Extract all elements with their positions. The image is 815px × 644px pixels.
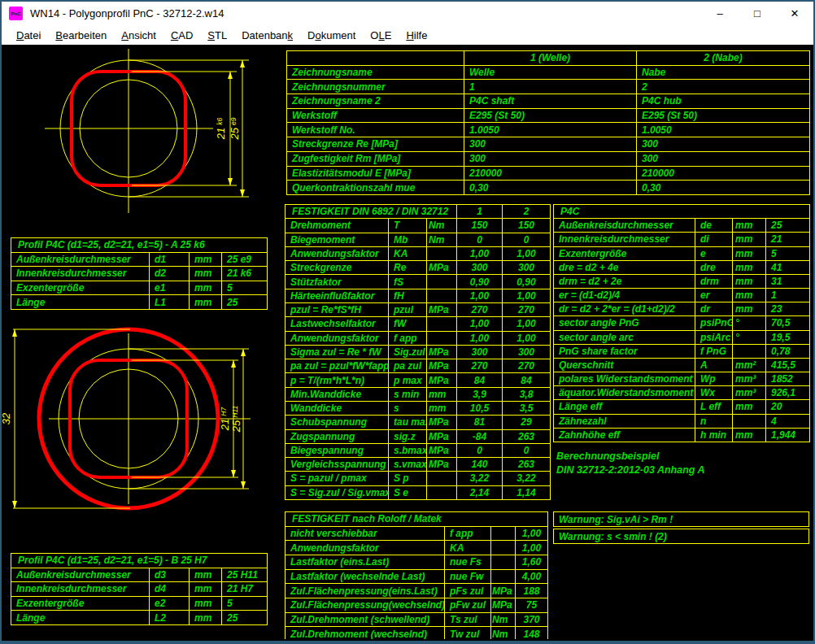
cell-symbol: fW — [389, 317, 427, 331]
table-row: Zul.Flächenpressung(eins.Last) pFs zul M… — [285, 584, 548, 598]
cell-symbol: S e — [389, 485, 427, 499]
cell-unit: MPa — [427, 443, 457, 457]
cell-symbol: Sig.zul — [389, 345, 427, 359]
cell-symbol: Mb — [389, 233, 427, 246]
cell-unit: Nm — [427, 233, 457, 246]
table-row: Querschnitt A mm² 415,5 — [554, 358, 810, 372]
cell-label: Biegemoment — [285, 233, 389, 246]
cell-value-hub: 29 — [503, 416, 551, 429]
dim-arrow — [231, 360, 236, 368]
dim-label-25e9: 25e9 — [229, 117, 241, 140]
cell-value-shaft: 1,00 — [457, 331, 503, 345]
cell-unit — [427, 275, 457, 289]
menu-item-text: E — [385, 29, 392, 41]
table-row: dr = d2 + 2*er = (d1+d2)/2 dr mm 23 — [554, 302, 810, 316]
menu-item[interactable]: Hilfe — [406, 29, 427, 41]
cell-label: Wanddicke — [285, 401, 389, 415]
table-row: Zahnhöhe eff h min mm 1,944 — [554, 428, 810, 442]
cell-value-hub: 263 — [503, 458, 551, 472]
table-row: Exzentergröße e mm 5 — [554, 246, 810, 260]
cell-label: dre = d2 + 4e — [554, 260, 695, 274]
cell-unit: mm² — [733, 358, 766, 372]
minimize-button[interactable]: – — [701, 2, 739, 25]
cell-value-hub: 1.0050 — [637, 123, 810, 137]
cell-label: Elastizitätsmodul E [MPa] — [287, 166, 464, 181]
cell-unit — [491, 555, 516, 569]
cell-label: Außenkreisdurchmesser — [11, 252, 150, 267]
menu-item[interactable]: Ansicht — [121, 29, 156, 41]
table-row: drm = d2 + 2e drm mm 31 — [554, 274, 810, 288]
cell-symbol: d2 — [150, 267, 190, 281]
cell-label: Härteeinflußfaktor — [285, 289, 389, 302]
cell-symbol: dr — [695, 302, 733, 316]
table-row: pzul = Re*fS*fH pzul MPa 270 270 — [285, 302, 551, 316]
cell-unit — [427, 331, 457, 345]
menu-item-text: Datenban — [242, 29, 287, 41]
cell-symbol: psiPnG — [695, 316, 733, 330]
cell-unit — [491, 569, 516, 584]
cell-symbol: h min — [695, 428, 733, 442]
table-row: sector angle arc psiArc ° 19,5 — [554, 330, 810, 344]
cell-value-hub: 1,00 — [503, 289, 551, 302]
table-title: Profil P4C (d1=25, d2=21, e1=5) - B 25 H… — [11, 554, 268, 568]
cell-value-hub: 300 — [503, 261, 551, 275]
cell-value: 0,78 — [766, 344, 810, 358]
menu-item-text: ilfe — [414, 29, 428, 41]
cell-label: Innenkreisdurchmesser — [11, 582, 150, 597]
cell-symbol: pFs zul — [445, 584, 491, 598]
table-row: Innenkreisdurchmesser di mm 21 — [554, 233, 810, 246]
cell-label: p = T/(rm*h*L*n) — [285, 373, 389, 387]
cell-value-shaft: 1,00 — [457, 246, 503, 260]
menu-item[interactable]: Dokument — [307, 29, 355, 41]
cell-label: Zeichnungsname 2 — [287, 94, 464, 109]
menu-item[interactable]: CAD — [171, 29, 193, 41]
close-button[interactable]: ✕ — [776, 2, 813, 25]
table-row: Streckgrenze Re [MPa] 300 300 — [287, 137, 810, 152]
cell-label: Exzentergröße — [11, 281, 150, 295]
table-title: Profil P4C (d1=25, d2=21, e1=5) - A 25 k… — [11, 238, 268, 253]
cell-unit: mm — [733, 400, 766, 414]
col-header-welle: 1 (Welle) — [464, 51, 637, 66]
cell-value: 415,5 — [766, 358, 810, 372]
table-row: sector angle PnG psiPnG ° 70,5 — [554, 316, 810, 330]
cell-value-hub: Nabe — [637, 65, 810, 80]
cell-value-hub: 3,22 — [503, 472, 551, 485]
dim-label-32: 32 — [2, 412, 12, 424]
cell-symbol: d1 — [150, 252, 190, 267]
dim-arrow — [240, 189, 245, 197]
maximize-button[interactable]: □ — [739, 2, 776, 25]
cell-symbol: f app — [389, 331, 427, 345]
menu-item[interactable]: Datei — [16, 29, 41, 41]
cell-symbol: KA — [445, 541, 491, 555]
cell-value: 23 — [766, 302, 810, 316]
cell-label: S = pazul / pmax — [285, 472, 389, 485]
menu-item[interactable]: STL — [207, 29, 227, 41]
cell-symbol: L1 — [150, 295, 190, 310]
cell-label: Innenkreisdurchmesser — [11, 267, 150, 281]
menu-item[interactable]: Bearbeiten — [55, 29, 107, 41]
cell-value-shaft: 0,30 — [464, 181, 637, 195]
cell-value-shaft: -84 — [457, 429, 503, 443]
cell-value-hub: 84 — [503, 373, 551, 387]
cell-empty — [287, 51, 464, 66]
cell-symbol: d4 — [150, 582, 190, 597]
table-row: Zul.Flächenpressung(wechselnd) pFw zul M… — [285, 598, 548, 612]
menu-item-text: O — [370, 29, 378, 41]
cell-unit: MPa — [427, 373, 457, 387]
table-row: Lastfaktor (wechselnde Last) nue Fw 4,00 — [285, 569, 548, 584]
cell-unit: MPa — [427, 429, 457, 443]
menu-item[interactable]: OLE — [370, 29, 391, 41]
table-row: Außenkreisdurchmesser d1 mm 25 e9 — [11, 252, 268, 267]
cell-label: Außenkreisdurchmesser — [11, 568, 150, 582]
table-row: Drehmoment T Nm 150 150 — [285, 219, 551, 233]
cell-unit: mm — [733, 246, 766, 260]
cell-label: Werkstoff No. — [287, 123, 464, 137]
cell-unit — [427, 246, 457, 260]
cell-value-shaft: 84 — [457, 373, 503, 387]
table-row: Wanddicke s mm 10,5 3,5 — [285, 401, 551, 415]
menu-item[interactable]: Datenbank — [242, 29, 293, 41]
cell-unit: mm³ — [733, 372, 766, 386]
cell-value-hub: 300 — [503, 345, 551, 359]
cell-unit — [427, 317, 457, 331]
menu-bar: Datei Bearbeiten Ansicht CAD STL Datenba… — [2, 25, 813, 45]
